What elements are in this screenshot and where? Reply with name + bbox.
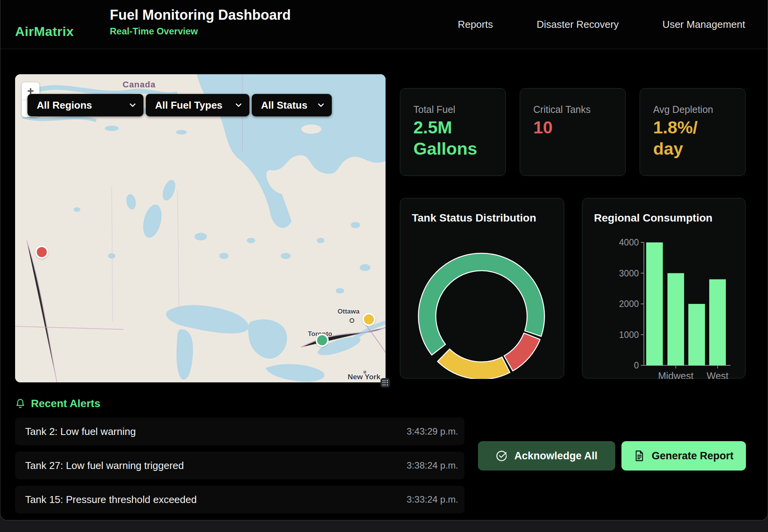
bar bbox=[667, 273, 684, 366]
region-filter-value: All Regions bbox=[37, 99, 92, 111]
y-tick-label: 0 bbox=[634, 360, 639, 370]
stat-card-total-fuel: Total Fuel 2.5M Gallons bbox=[400, 88, 506, 176]
alert-text: Tank 2: Low fuel warning bbox=[25, 426, 136, 438]
y-tick-label: 1000 bbox=[619, 330, 639, 340]
nav-item-reports[interactable]: Reports bbox=[458, 19, 493, 31]
stat-value-total-fuel: 2.5M Gallons bbox=[413, 117, 477, 160]
page-subtitle: Real-Time Overview bbox=[110, 26, 291, 37]
donut-chart-title: Tank Status Distribution bbox=[412, 212, 536, 224]
page-title: Fuel Monitoring Dashboard bbox=[110, 6, 291, 24]
document-icon bbox=[634, 450, 645, 462]
map-label-ottawa: Ottawa bbox=[338, 308, 360, 315]
chevron-down-icon bbox=[236, 103, 242, 107]
check-circle-icon bbox=[496, 450, 507, 462]
stat-label: Critical Tanks bbox=[533, 104, 591, 115]
x-tick-label: West bbox=[707, 370, 729, 379]
fuel-type-filter-value: All Fuel Types bbox=[155, 99, 222, 111]
region-filter-dropdown[interactable]: All Regions bbox=[27, 94, 143, 116]
acknowledge-all-label: Acknowledge All bbox=[514, 450, 597, 462]
acknowledge-all-button[interactable]: Acknowledge All bbox=[478, 441, 615, 471]
alert-row[interactable]: Tank 15: Pressure threshold exceeded 3:3… bbox=[15, 486, 464, 513]
stat-card-avg-depletion: Avg Depletion 1.8%/ day bbox=[640, 88, 746, 176]
alerts-header: Recent Alerts bbox=[15, 397, 100, 410]
status-filter-value: All Status bbox=[261, 99, 307, 111]
chevron-down-icon bbox=[318, 103, 324, 107]
stat-value-critical-tanks: 10 bbox=[533, 117, 553, 138]
map-panel[interactable]: Canada Ottawa Toronto New York + − All R… bbox=[15, 74, 386, 382]
alert-text: Tank 15: Pressure threshold exceeded bbox=[25, 494, 197, 506]
alert-timestamp: 3:43:29 p.m. bbox=[407, 426, 458, 437]
alert-timestamp: 3:38:24 p.m. bbox=[407, 460, 458, 471]
map-marker-warning[interactable] bbox=[362, 313, 375, 326]
y-tick-label: 4000 bbox=[619, 237, 639, 247]
alert-text: Tank 27: Low fuel warning triggered bbox=[25, 460, 184, 472]
generate-report-label: Generate Report bbox=[652, 450, 734, 462]
alert-row[interactable]: Tank 2: Low fuel warning 3:43:29 p.m. bbox=[15, 418, 464, 445]
stat-value-avg-depletion: 1.8%/ day bbox=[653, 117, 698, 160]
bar-chart-title: Regional Consumption bbox=[594, 212, 712, 224]
status-filter-dropdown[interactable]: All Status bbox=[252, 94, 332, 116]
dashboard-app: AirMatrix Fuel Monitoring Dashboard Real… bbox=[0, 0, 768, 520]
map-marker-normal[interactable] bbox=[316, 334, 329, 347]
drag-handle-icon[interactable] bbox=[381, 378, 390, 387]
y-tick-label: 3000 bbox=[619, 268, 639, 278]
page: AirMatrix Fuel Monitoring Dashboard Real… bbox=[0, 0, 768, 532]
brand-logo: AirMatrix bbox=[15, 24, 74, 39]
header: AirMatrix Fuel Monitoring Dashboard Real… bbox=[0, 0, 768, 49]
y-tick-label: 2000 bbox=[619, 299, 639, 309]
map-label-new-york: New York bbox=[348, 373, 381, 381]
chevron-down-icon bbox=[130, 103, 136, 107]
fuel-type-filter-dropdown[interactable]: All Fuel Types bbox=[146, 94, 249, 116]
stat-card-critical-tanks: Critical Tanks 10 bbox=[520, 88, 626, 176]
generate-report-button[interactable]: Generate Report bbox=[621, 441, 746, 471]
alert-timestamp: 3:33:24 p.m. bbox=[407, 494, 458, 505]
tank-status-distribution-card: Tank Status Distribution bbox=[400, 198, 564, 379]
bar bbox=[646, 242, 663, 365]
nav-item-disaster-recovery[interactable]: Disaster Recovery bbox=[537, 19, 619, 31]
nav-item-user-management[interactable]: User Management bbox=[662, 19, 745, 31]
donut-segment bbox=[504, 333, 540, 371]
regional-consumption-card: Regional Consumption 01000200030004000Mi… bbox=[582, 198, 746, 379]
x-tick-label: Midwest bbox=[658, 370, 694, 379]
title-block: Fuel Monitoring Dashboard Real-Time Over… bbox=[110, 6, 291, 37]
alert-row[interactable]: Tank 27: Low fuel warning triggered 3:38… bbox=[15, 452, 464, 479]
map-marker-critical[interactable] bbox=[35, 246, 48, 259]
map-filters: All Regions All Fuel Types All Status bbox=[27, 94, 332, 116]
bar bbox=[688, 304, 705, 365]
alerts-title: Recent Alerts bbox=[31, 397, 100, 410]
regional-consumption-bar-chart: 01000200030004000MidwestWest bbox=[582, 198, 746, 379]
map-label-canada: Canada bbox=[123, 80, 155, 90]
bar bbox=[709, 279, 726, 365]
stat-label: Avg Depletion bbox=[653, 104, 713, 115]
top-nav: Reports Disaster Recovery User Managemen… bbox=[458, 0, 745, 49]
bell-icon bbox=[15, 398, 26, 409]
donut-segment bbox=[437, 349, 510, 379]
tank-status-donut-chart bbox=[400, 198, 565, 379]
stat-label: Total Fuel bbox=[413, 104, 455, 115]
